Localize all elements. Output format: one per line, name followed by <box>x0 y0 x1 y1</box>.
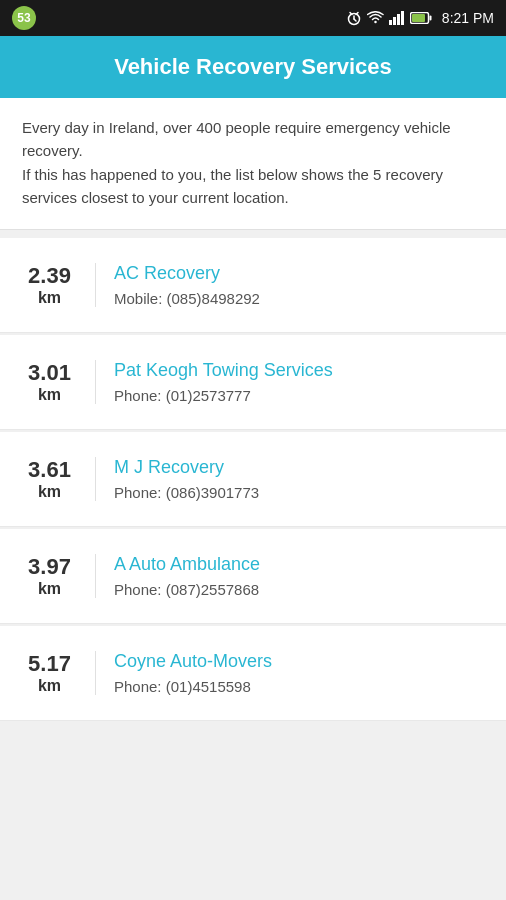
distance-value: 2.39 <box>16 263 83 289</box>
signal-icon <box>389 11 405 25</box>
distance-unit: km <box>38 580 61 597</box>
distance-unit: km <box>38 483 61 500</box>
list-item[interactable]: 2.39 km AC Recovery Mobile: (085)8498292 <box>0 238 506 333</box>
status-left: 53 <box>12 6 36 30</box>
service-info: A Auto Ambulance Phone: (087)2557868 <box>114 554 490 598</box>
list-item[interactable]: 5.17 km Coyne Auto-Movers Phone: (01)451… <box>0 626 506 721</box>
svg-line-2 <box>354 19 356 21</box>
list-item[interactable]: 3.01 km Pat Keogh Towing Services Phone:… <box>0 335 506 430</box>
status-bar: 53 <box>0 0 506 36</box>
service-name[interactable]: AC Recovery <box>114 263 490 284</box>
list-item[interactable]: 3.61 km M J Recovery Phone: (086)3901773 <box>0 432 506 527</box>
svg-rect-10 <box>412 14 425 22</box>
distance-value: 3.61 <box>16 457 83 483</box>
distance-unit: km <box>38 289 61 306</box>
svg-rect-5 <box>389 20 392 25</box>
svg-rect-7 <box>397 14 400 25</box>
distance-container: 3.61 km <box>16 457 96 501</box>
svg-rect-8 <box>401 11 404 25</box>
status-right: 8:21 PM <box>346 10 494 26</box>
distance-value: 5.17 <box>16 651 83 677</box>
distance-value: 3.97 <box>16 554 83 580</box>
description-box: Every day in Ireland, over 400 people re… <box>0 98 506 230</box>
service-info: M J Recovery Phone: (086)3901773 <box>114 457 490 501</box>
distance-unit: km <box>38 386 61 403</box>
distance-unit: km <box>38 677 61 694</box>
service-phone: Phone: (01)4515598 <box>114 678 490 695</box>
distance-container: 3.01 km <box>16 360 96 404</box>
service-phone: Phone: (086)3901773 <box>114 484 490 501</box>
main-content: Vehicle Recovery Services Every day in I… <box>0 36 506 900</box>
services-list: 2.39 km AC Recovery Mobile: (085)8498292… <box>0 230 506 721</box>
battery-icon <box>410 12 432 24</box>
svg-rect-11 <box>429 16 431 21</box>
service-name[interactable]: A Auto Ambulance <box>114 554 490 575</box>
service-phone: Mobile: (085)8498292 <box>114 290 490 307</box>
service-phone: Phone: (01)2573777 <box>114 387 490 404</box>
service-info: Coyne Auto-Movers Phone: (01)4515598 <box>114 651 490 695</box>
service-info: AC Recovery Mobile: (085)8498292 <box>114 263 490 307</box>
svg-rect-6 <box>393 17 396 25</box>
distance-container: 3.97 km <box>16 554 96 598</box>
service-info: Pat Keogh Towing Services Phone: (01)257… <box>114 360 490 404</box>
description-text: Every day in Ireland, over 400 people re… <box>22 116 484 209</box>
service-name[interactable]: M J Recovery <box>114 457 490 478</box>
page-title: Vehicle Recovery Services <box>20 54 486 80</box>
service-name[interactable]: Coyne Auto-Movers <box>114 651 490 672</box>
status-icons <box>346 10 432 26</box>
distance-container: 2.39 km <box>16 263 96 307</box>
distance-container: 5.17 km <box>16 651 96 695</box>
page-header: Vehicle Recovery Services <box>0 36 506 98</box>
status-time: 8:21 PM <box>442 10 494 26</box>
wifi-icon <box>367 11 384 25</box>
app-icon: 53 <box>12 6 36 30</box>
list-item[interactable]: 3.97 km A Auto Ambulance Phone: (087)255… <box>0 529 506 624</box>
service-name[interactable]: Pat Keogh Towing Services <box>114 360 490 381</box>
distance-value: 3.01 <box>16 360 83 386</box>
service-phone: Phone: (087)2557868 <box>114 581 490 598</box>
alarm-icon <box>346 10 362 26</box>
